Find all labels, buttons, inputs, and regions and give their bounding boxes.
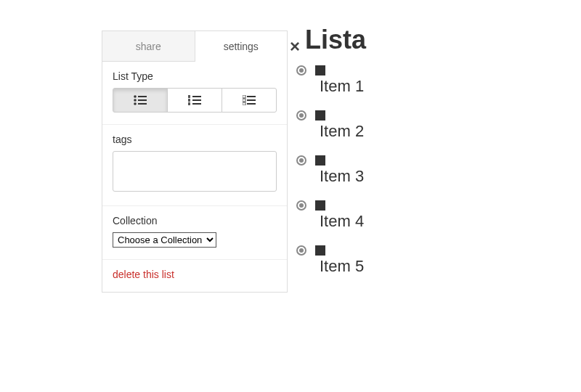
list-type-checklist-button[interactable] xyxy=(222,88,277,113)
delete-section: delete this list xyxy=(102,260,287,292)
list-items: Item 1 Item 2 Item 3 Item 4 Item 5 xyxy=(296,64,364,289)
collection-select[interactable]: Choose a Collection xyxy=(113,232,216,248)
tags-label: tags xyxy=(113,134,277,145)
list-type-label: List Type xyxy=(113,70,277,82)
tags-section: tags xyxy=(102,125,287,206)
list-type-numbered-button[interactable] xyxy=(167,88,222,113)
close-icon[interactable]: × xyxy=(290,36,300,57)
svg-rect-8 xyxy=(188,99,190,102)
square-icon xyxy=(315,110,325,121)
item-label: Item 4 xyxy=(320,212,364,231)
item-label: Item 1 xyxy=(320,77,364,96)
checklist-icon xyxy=(243,95,256,105)
svg-rect-9 xyxy=(192,99,201,101)
list-item: Item 1 xyxy=(296,64,364,96)
svg-rect-14 xyxy=(243,99,245,102)
item-label: Item 3 xyxy=(320,167,364,186)
square-icon xyxy=(315,65,325,75)
tab-share[interactable]: share xyxy=(102,31,195,61)
radio-bullet-icon xyxy=(296,245,306,256)
radio-bullet-icon xyxy=(296,155,306,166)
collection-section: Collection Choose a Collection xyxy=(102,206,287,260)
radio-bullet-icon xyxy=(296,65,306,75)
square-icon xyxy=(315,200,325,211)
svg-rect-10 xyxy=(188,102,190,105)
svg-rect-17 xyxy=(247,103,256,105)
list-type-bullets-button[interactable] xyxy=(113,88,168,113)
svg-rect-15 xyxy=(247,99,256,101)
list-type-group xyxy=(113,88,277,113)
svg-rect-13 xyxy=(247,96,256,97)
delete-list-link[interactable]: delete this list xyxy=(113,269,174,280)
svg-rect-16 xyxy=(243,102,245,105)
settings-panel: share settings List Type xyxy=(102,30,288,293)
svg-rect-11 xyxy=(192,103,201,105)
svg-rect-12 xyxy=(243,95,245,98)
radio-bullet-icon xyxy=(296,110,306,121)
svg-rect-5 xyxy=(138,103,147,105)
list-title: Lista xyxy=(305,25,366,55)
tab-bar: share settings xyxy=(102,31,287,62)
bullet-list-icon xyxy=(134,95,147,105)
tags-input[interactable] xyxy=(113,151,277,192)
numbered-list-icon xyxy=(188,95,201,105)
svg-rect-1 xyxy=(138,96,147,97)
list-item: Item 2 xyxy=(296,109,364,141)
list-item: Item 5 xyxy=(296,244,364,276)
list-item: Item 4 xyxy=(296,199,364,231)
item-label: Item 2 xyxy=(320,122,364,141)
square-icon xyxy=(315,155,325,166)
svg-rect-6 xyxy=(188,95,190,98)
radio-bullet-icon xyxy=(296,200,306,211)
collection-label: Collection xyxy=(113,215,277,226)
list-type-section: List Type xyxy=(102,62,287,125)
tab-settings[interactable]: settings xyxy=(195,31,288,62)
svg-point-0 xyxy=(134,95,137,98)
item-label: Item 5 xyxy=(320,257,364,276)
svg-point-2 xyxy=(134,99,137,102)
list-item: Item 3 xyxy=(296,154,364,186)
svg-point-4 xyxy=(134,102,137,105)
svg-rect-7 xyxy=(192,96,201,97)
svg-rect-3 xyxy=(138,99,147,101)
square-icon xyxy=(315,245,325,256)
